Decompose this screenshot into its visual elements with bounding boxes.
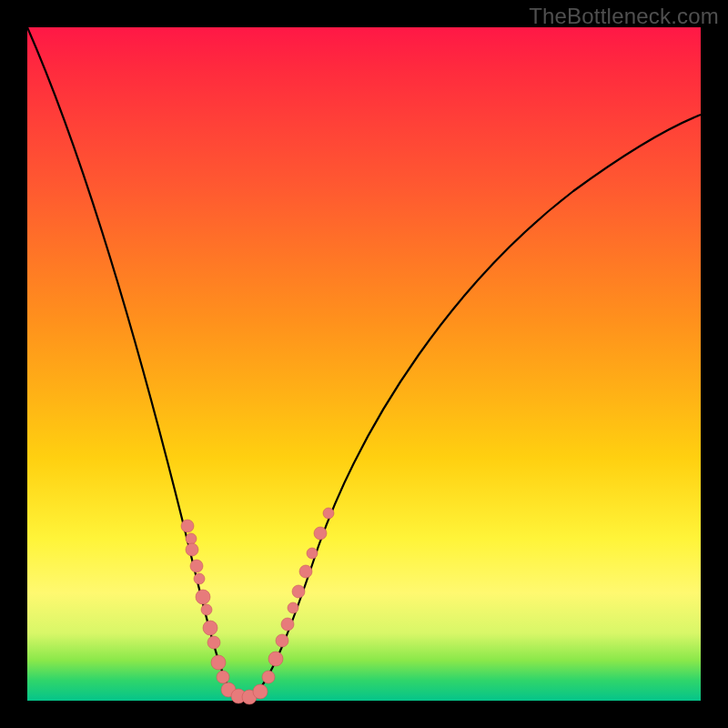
chart-frame: TheBottleneck.com — [0, 0, 728, 728]
data-dot — [201, 604, 212, 615]
data-dot — [299, 565, 312, 578]
data-dot — [186, 543, 198, 556]
data-dot — [281, 618, 294, 631]
data-dot — [268, 652, 283, 666]
data-dot — [288, 602, 298, 613]
data-dot — [314, 527, 327, 540]
data-dot — [323, 508, 334, 519]
data-dot — [186, 533, 197, 544]
data-dot — [203, 621, 217, 635]
data-dot — [181, 520, 194, 532]
dot-cluster — [181, 508, 334, 704]
data-dot — [194, 573, 205, 584]
curve-svg — [27, 27, 701, 701]
plot-area — [27, 27, 701, 701]
data-dot — [292, 585, 305, 598]
data-dot — [307, 548, 318, 559]
data-dot — [207, 636, 220, 649]
data-dot — [196, 590, 210, 604]
data-dot — [211, 655, 226, 670]
data-dot — [276, 634, 288, 647]
data-dot — [217, 671, 229, 683]
data-dot — [262, 671, 275, 683]
data-dot — [253, 684, 268, 699]
bottleneck-curve — [27, 27, 701, 698]
watermark-text: TheBottleneck.com — [529, 4, 719, 29]
data-dot — [190, 560, 203, 572]
